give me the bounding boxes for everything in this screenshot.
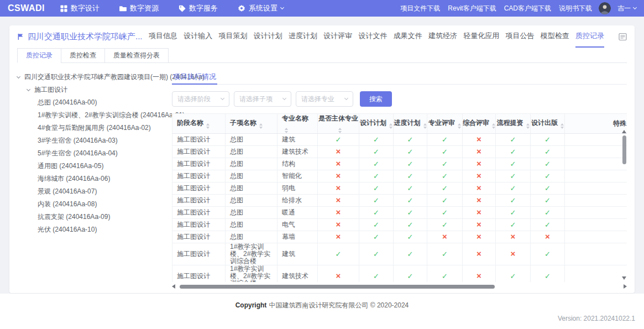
tree-node-leaf[interactable]: 海绵城市 (240416Aa-06) xyxy=(17,173,172,185)
column-header-专业名称[interactable]: 专业名称 xyxy=(278,114,318,134)
status-cell: × xyxy=(463,207,496,219)
tree-node-leaf[interactable]: 总图 (240416Aa-00) xyxy=(17,96,172,109)
tree-node-leaf[interactable]: 5#学生宿舍 (240416Aa-04) xyxy=(17,147,172,160)
status-cell: ✓ xyxy=(394,182,427,195)
status-cell: × xyxy=(463,170,496,182)
sort-icon[interactable] xyxy=(206,123,210,129)
column-header-进度计划[interactable]: 进度计划 xyxy=(394,114,427,134)
tab-进度计划[interactable]: 进度计划 xyxy=(289,25,317,48)
column-header-专业评审[interactable]: 专业评审 xyxy=(427,114,463,134)
column-header-设计出版[interactable]: 设计出版 xyxy=(531,114,565,134)
cross-icon: × xyxy=(477,147,481,156)
user-menu[interactable]: 吉一 xyxy=(617,4,636,13)
tab-overflow-icon[interactable] xyxy=(619,33,627,41)
menu-item-数字服务[interactable]: 数字服务 xyxy=(179,3,218,13)
link-CAD客户端下载[interactable]: CAD客户端下载 xyxy=(504,4,551,13)
check-icon: ✓ xyxy=(510,208,516,217)
status-cell: ✓ xyxy=(394,243,427,265)
tree-node-leaf[interactable]: 通用图 (240416Aa-05) xyxy=(17,160,172,173)
check-icon: ✓ xyxy=(544,184,551,192)
tab-轻量化应用[interactable]: 轻量化应用 xyxy=(463,25,499,48)
scroll-left-icon[interactable] xyxy=(172,284,175,289)
user-avatar[interactable] xyxy=(599,2,611,14)
tree-node-leaf[interactable]: 内装 (240416Aa-08) xyxy=(17,198,172,211)
tree-node-root[interactable]: 四川交通职业技术学院邛崃产教园建设项目(一期) (240416Aa) xyxy=(17,71,172,83)
cross-icon: × xyxy=(477,171,481,180)
subtab-质控检查[interactable]: 质控检查 xyxy=(61,48,105,63)
sort-icon[interactable] xyxy=(285,128,288,133)
menu-item-数字设计[interactable]: 数字设计 xyxy=(60,3,100,13)
tab-设计文件[interactable]: 设计文件 xyxy=(359,25,388,48)
horizontal-scroll-thumb[interactable] xyxy=(180,285,495,289)
link-Revit客户端下载[interactable]: Revit客户端下载 xyxy=(448,4,496,13)
filter-select[interactable]: 请选择阶段 xyxy=(172,91,229,107)
tab-项目信息[interactable]: 项目信息 xyxy=(149,25,177,48)
tree-expand-icon[interactable] xyxy=(27,87,30,91)
tree-node-leaf[interactable]: 3#学生宿舍 (240416Aa-03) xyxy=(17,134,172,147)
execution-table: 阶段名称子项名称专业名称是否主体专业设计计划进度计划专业评审综合评审流程提资设计… xyxy=(172,113,627,282)
column-header-是否主体专业[interactable]: 是否主体专业 xyxy=(318,114,359,134)
filter-select[interactable]: 请选择子项 xyxy=(234,91,291,107)
sort-icon[interactable] xyxy=(423,123,427,129)
tree-node-leaf[interactable]: 4#食堂与后勤附属用房 (240416Aa-02) xyxy=(17,122,172,134)
check-icon: ✓ xyxy=(373,148,379,156)
column-header-子项名称[interactable]: 子项名称 xyxy=(226,114,278,134)
subtab-质控记录[interactable]: 质控记录 xyxy=(17,48,61,63)
tab-质控记录[interactable]: 质控记录 xyxy=(575,25,604,48)
check-icon: ✓ xyxy=(510,221,516,229)
tab-项目公告[interactable]: 项目公告 xyxy=(506,25,535,48)
check-icon: ✓ xyxy=(442,221,448,229)
tab-模型检查[interactable]: 模型检查 xyxy=(541,25,569,48)
link-项目文件下载[interactable]: 项目文件下载 xyxy=(400,4,440,13)
tree-node-leaf[interactable]: 抗震支架 (240416Aa-09) xyxy=(17,211,172,223)
horizontal-scrollbar[interactable] xyxy=(172,283,627,290)
sort-icon[interactable] xyxy=(458,123,461,129)
column-header-label: 综合评审 xyxy=(463,119,489,127)
search-button[interactable]: 搜索 xyxy=(360,91,392,107)
column-header-label: 专业评审 xyxy=(428,119,455,127)
check-icon: ✓ xyxy=(510,172,516,180)
sort-icon[interactable] xyxy=(526,123,530,129)
main-menu: 数字设计数字资源数字服务系统设置 xyxy=(60,3,284,13)
grid-icon xyxy=(60,5,67,12)
tree-expand-icon[interactable] xyxy=(17,74,20,78)
column-header-流程提资[interactable]: 流程提资 xyxy=(496,114,531,134)
tab-project-execution[interactable]: 项目执行情况 xyxy=(172,70,217,85)
tab-设计评审[interactable]: 设计评审 xyxy=(323,25,352,48)
column-header-综合评审[interactable]: 综合评审 xyxy=(463,114,496,134)
vertical-scroll-thumb[interactable] xyxy=(622,135,626,164)
check-icon: ✓ xyxy=(544,135,551,144)
subtab-质量检查得分表[interactable]: 质量检查得分表 xyxy=(104,48,169,63)
tree-node-leaf[interactable]: 景观 (240416Aa-07) xyxy=(17,185,172,198)
status-cell: × xyxy=(496,243,531,265)
sort-icon[interactable] xyxy=(561,123,564,129)
tree-node-stage[interactable]: 施工图设计 xyxy=(17,83,172,96)
sort-desc-icon xyxy=(561,127,564,129)
sort-icon[interactable] xyxy=(492,123,495,129)
sort-icon[interactable] xyxy=(389,123,392,129)
sort-icon[interactable] xyxy=(259,123,263,129)
tab-项目策划[interactable]: 项目策划 xyxy=(219,25,248,48)
scroll-down-icon[interactable] xyxy=(622,276,626,280)
tab-设计输入[interactable]: 设计输入 xyxy=(184,25,212,48)
tree-node-leaf[interactable]: 1#教学实训楼、2#教学实训综合楼 (240416Aa-01) xyxy=(17,109,172,122)
sort-icon[interactable] xyxy=(338,128,342,133)
column-header-设计计划[interactable]: 设计计划 xyxy=(359,114,394,134)
tree-node-leaf[interactable]: 光伏 (240416Aa-10) xyxy=(17,223,172,236)
column-header-阶段名称[interactable]: 阶段名称 xyxy=(172,114,226,134)
tab-设计计划[interactable]: 设计计划 xyxy=(254,25,282,48)
status-cell: × xyxy=(463,158,496,170)
vertical-scrollbar[interactable] xyxy=(621,130,627,280)
scroll-right-icon[interactable] xyxy=(624,284,627,289)
scroll-up-icon[interactable] xyxy=(622,130,626,133)
menu-item-系统设置[interactable]: 系统设置 xyxy=(238,3,284,13)
tab-成果文件[interactable]: 成果文件 xyxy=(394,25,422,48)
status-cell: × xyxy=(318,265,359,283)
check-icon: ✓ xyxy=(442,250,448,258)
sort-desc-icon xyxy=(338,131,342,133)
filter-select[interactable]: 请选择专业 xyxy=(296,91,353,107)
column-header-特殊[interactable]: 特殊 xyxy=(565,114,627,134)
link-说明书下载[interactable]: 说明书下载 xyxy=(559,4,592,13)
menu-item-数字资源[interactable]: 数字资源 xyxy=(119,3,159,13)
tab-建筑经济[interactable]: 建筑经济 xyxy=(428,25,457,48)
